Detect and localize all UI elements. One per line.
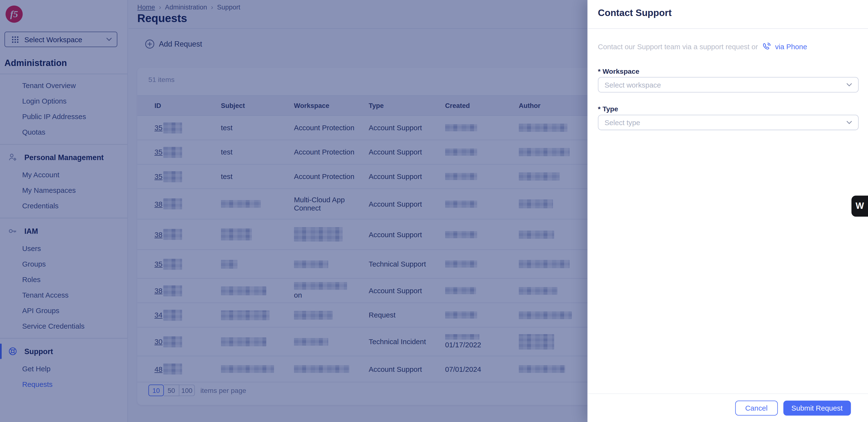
type-select-placeholder: Select type (604, 118, 640, 126)
contact-support-panel: Contact Support Contact our Support team… (587, 0, 868, 422)
cancel-button[interactable]: Cancel (735, 401, 778, 416)
workspace-field-label: * Workspace (598, 68, 639, 76)
chevron-down-icon (846, 121, 852, 124)
workspace-select[interactable]: Select workspace (598, 77, 859, 93)
submit-request-button[interactable]: Submit Request (783, 401, 851, 416)
workspace-select-placeholder: Select workspace (604, 81, 661, 89)
panel-description-row: Contact our Support team via a support r… (598, 42, 807, 52)
via-phone-link[interactable]: via Phone (775, 43, 807, 51)
panel-title: Contact Support (598, 8, 672, 19)
panel-header-divider (588, 28, 868, 29)
panel-footer: Cancel Submit Request (588, 393, 868, 422)
panel-description: Contact our Support team via a support r… (598, 43, 758, 51)
type-select[interactable]: Select type (598, 115, 859, 130)
type-field-label: * Type (598, 105, 618, 113)
phone-icon (762, 42, 771, 52)
app-window: f5 Select Workspace Administration Tenan… (0, 0, 868, 422)
chevron-down-icon (846, 83, 852, 87)
browser-extension-widget[interactable]: W (851, 195, 868, 217)
